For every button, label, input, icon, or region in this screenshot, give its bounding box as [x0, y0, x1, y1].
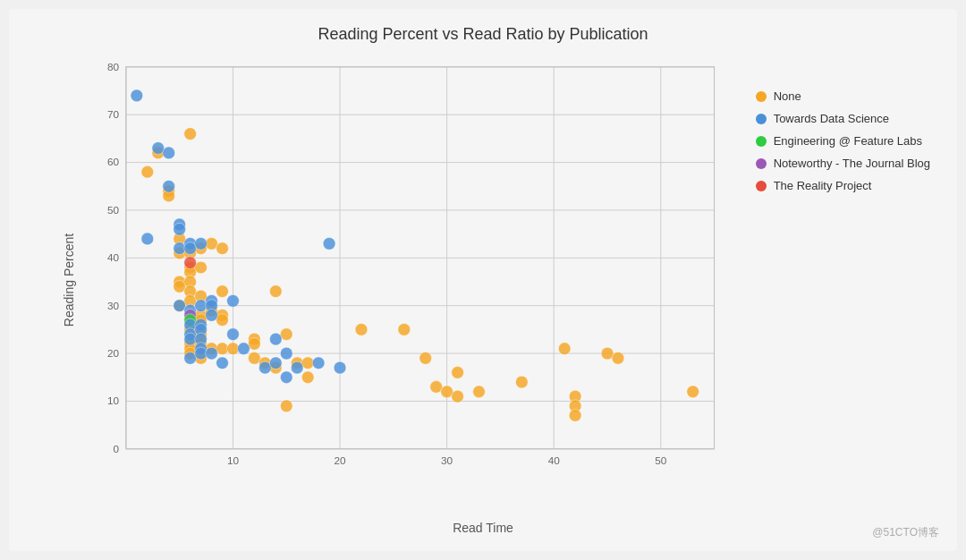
svg-point-137: [334, 361, 346, 374]
watermark: @51CTO博客: [872, 525, 939, 540]
svg-point-127: [227, 328, 240, 341]
svg-point-132: [280, 347, 292, 360]
svg-point-98: [163, 147, 175, 159]
svg-point-62: [216, 242, 229, 255]
svg-text:40: 40: [107, 251, 120, 263]
chart-container: Reading Percent vs Read Ratio by Publica…: [9, 9, 957, 551]
legend-item: The Reality Project: [756, 179, 930, 192]
svg-point-94: [687, 386, 699, 398]
svg-point-131: [269, 357, 282, 369]
chart-plot-area: 102030405001020304050607080: [72, 58, 742, 488]
svg-text:0: 0: [113, 443, 119, 454]
svg-text:20: 20: [334, 454, 346, 466]
svg-point-99: [163, 180, 175, 192]
svg-point-86: [473, 386, 486, 398]
legend-item: Towards Data Science: [756, 112, 930, 125]
svg-point-136: [323, 237, 335, 250]
svg-point-84: [452, 390, 464, 403]
svg-point-124: [206, 347, 218, 360]
svg-point-91: [569, 410, 581, 422]
svg-text:80: 80: [107, 61, 120, 72]
svg-point-93: [612, 352, 624, 365]
svg-point-85: [452, 367, 464, 379]
svg-point-134: [291, 361, 303, 374]
chart-title: Reading Percent vs Read Ratio by Publica…: [9, 9, 957, 44]
legend-item: Engineering @ Feature Labs: [756, 134, 930, 148]
svg-text:10: 10: [227, 454, 240, 466]
svg-text:30: 30: [441, 454, 453, 466]
svg-point-88: [558, 343, 571, 355]
svg-point-30: [141, 165, 154, 178]
svg-text:60: 60: [107, 156, 120, 167]
svg-point-130: [269, 333, 282, 345]
svg-point-133: [280, 371, 292, 384]
svg-point-63: [216, 285, 229, 298]
legend-item: None: [756, 89, 930, 103]
svg-point-80: [398, 324, 411, 336]
chart-legend: NoneTowards Data ScienceEngineering @ Fe…: [756, 89, 930, 201]
svg-point-101: [174, 223, 186, 235]
svg-text:30: 30: [107, 300, 120, 311]
svg-text:70: 70: [107, 108, 120, 120]
svg-point-95: [131, 89, 143, 102]
svg-text:20: 20: [107, 347, 120, 359]
svg-text:40: 40: [548, 454, 561, 466]
svg-point-87: [515, 376, 528, 388]
svg-point-126: [227, 294, 240, 307]
svg-point-39: [184, 128, 197, 140]
x-axis-label: Read Time: [453, 521, 513, 535]
svg-text:10: 10: [107, 395, 120, 406]
svg-point-135: [312, 357, 325, 369]
svg-point-114: [195, 237, 208, 250]
svg-point-72: [269, 285, 282, 298]
svg-point-81: [419, 352, 432, 365]
svg-point-123: [206, 310, 218, 322]
svg-text:50: 50: [655, 454, 667, 466]
svg-point-79: [355, 324, 368, 336]
scatter-plot: 102030405001020304050607080: [72, 58, 742, 488]
svg-point-96: [141, 233, 154, 245]
svg-point-106: [184, 257, 197, 269]
legend-item: Noteworthy - The Journal Blog: [756, 157, 930, 170]
svg-point-128: [238, 343, 250, 355]
svg-point-78: [301, 371, 314, 384]
svg-point-125: [216, 357, 229, 369]
svg-text:50: 50: [107, 204, 120, 216]
svg-point-75: [280, 400, 292, 412]
